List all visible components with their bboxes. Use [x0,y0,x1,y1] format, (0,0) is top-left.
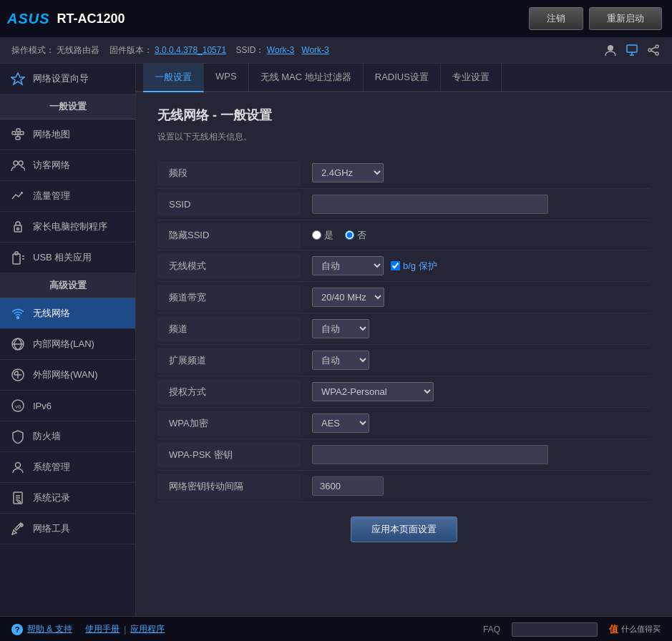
svg-point-32 [16,463,21,468]
sidebar-item-wireless[interactable]: 无线网络 [0,298,135,329]
wireless-mode-select[interactable]: 自动 N only B/G/N G only [312,256,384,275]
svg-point-5 [648,49,651,52]
auth-select[interactable]: WPA2-Personal WPA-Personal WPA2-Enterpri… [312,382,434,401]
restart-button[interactable]: 重新启动 [589,7,662,30]
status-info: 操作模式： 无线路由器 固件版本： 3.0.0.4.378_10571 SSID… [11,44,329,57]
manual-link[interactable]: 使用手册 [85,623,120,635]
firmware-link[interactable]: 3.0.0.4.378_10571 [155,45,226,55]
wireless-icon [10,305,26,321]
svg-point-0 [608,45,613,51]
freq-select[interactable]: 2.4GHz 5GHz [312,163,384,182]
network-map-icon [10,127,26,142]
share-icon[interactable] [646,43,661,57]
sidebar-item-traffic[interactable]: 流量管理 [0,181,135,212]
wpa-encrypt-label: WPA加密 [157,411,301,436]
ssid2-link[interactable]: Work-3 [301,45,328,55]
svg-point-6 [656,52,658,55]
hide-ssid-row: 隐藏SSID 是 否 [157,220,651,250]
bg-protect-checkbox[interactable] [391,261,400,270]
sidebar-item-network-tools[interactable]: 网络工具 [0,514,135,544]
channel-select[interactable]: 自动 123 456 [312,319,369,338]
status-icons [603,43,661,57]
tab-radius[interactable]: RADIUS设置 [364,64,441,91]
wan-icon [10,367,26,383]
guest-icon [10,157,26,173]
tab-general[interactable]: 一般设置 [143,64,204,92]
channel-control: 自动 123 456 [301,313,651,344]
help-icon: ? [11,624,23,635]
sidebar-item-lan[interactable]: 内部网络(LAN) [0,329,135,360]
traffic-icon [10,188,26,204]
sidebar-label-traffic: 流量管理 [33,190,70,202]
monitor-icon[interactable] [625,43,639,57]
user-icon[interactable] [603,43,618,57]
ext-channel-label: 扩展频道 [157,348,301,373]
ext-channel-select[interactable]: 自动 上 下 [312,351,369,370]
ssid1-link[interactable]: Work-3 [267,45,294,55]
wpa-psk-input[interactable] [312,445,548,464]
sidebar-item-syslog[interactable]: 系统记录 [0,483,135,514]
key-interval-input[interactable] [312,476,384,496]
auth-label: 授权方式 [157,380,301,404]
lan-icon [10,336,26,352]
help-link[interactable]: 帮助 & 支持 [27,623,72,635]
hide-ssid-no[interactable]: 否 [345,229,366,242]
wpa-psk-control [301,439,651,470]
tab-wps[interactable]: WPS [204,64,249,91]
sidebar-item-network-map[interactable]: 网络地图 [0,119,135,150]
ipv6-icon: v6 [10,398,26,414]
ssid-input[interactable] [312,195,548,214]
parental-icon [10,219,26,235]
tab-pro[interactable]: 专业设置 [441,64,502,91]
hide-ssid-control: 是 否 [301,223,651,248]
apply-button[interactable]: 应用本页面设置 [351,517,457,542]
svg-rect-23 [15,252,18,255]
sidebar-label-wireless: 无线网络 [33,307,70,320]
svg-point-4 [656,45,658,48]
ssid-label: SSID： [235,45,264,55]
bg-protect-checkbox-label[interactable]: b/g 保护 [391,260,437,273]
sidebar-item-ipv6[interactable]: v6 IPv6 [0,391,135,421]
sidebar-item-usb[interactable]: USB 相关应用 [0,243,135,273]
page-content: 无线网络 - 一般设置 设置以下无线相关信息。 频段 2.4GHz 5GHz S… [136,92,672,557]
svg-point-18 [14,161,18,165]
sidebar-item-parental[interactable]: 家长电脑控制程序 [0,212,135,243]
wireless-mode-row: 无线模式 自动 N only B/G/N G only b/g 保护 [157,250,651,282]
svg-point-26 [17,317,19,319]
svg-line-8 [651,51,656,53]
ext-channel-row: 扩展频道 自动 上 下 [157,345,651,376]
sidebar-label-network-map: 网络地图 [33,128,70,141]
sidebar-label-sysadmin: 系统管理 [33,461,70,474]
sidebar-item-sysadmin[interactable]: 系统管理 [0,452,135,483]
bandwidth-select[interactable]: 20/40 MHz 20 MHz 40 MHz [312,288,384,307]
sidebar-item-wizard[interactable]: 网络设置向导 [0,64,135,94]
tab-mac[interactable]: 无线 MAC 地址过滤器 [249,64,364,91]
sidebar-item-guest-network[interactable]: 访客网络 [0,150,135,181]
sidebar-item-firewall[interactable]: 防火墙 [0,421,135,452]
ssid-label: SSID [157,193,301,215]
key-interval-row: 网络密钥转动间隔 [157,471,651,502]
sidebar-label-ipv6: IPv6 [33,401,52,411]
svg-rect-13 [16,137,20,140]
sidebar-item-wan[interactable]: 外部网络(WAN) [0,360,135,391]
hide-ssid-yes-radio[interactable] [312,230,321,240]
header: ASUS RT-AC1200 注销 重新启动 [0,0,672,37]
svg-point-19 [19,161,23,165]
svg-line-7 [651,47,656,49]
svg-text:v6: v6 [15,403,21,410]
bandwidth-label: 频道带宽 [157,285,301,310]
firewall-icon [10,429,26,444]
app-link[interactable]: 应用程序 [130,623,165,635]
model-name: RT-AC1200 [57,11,125,26]
svg-rect-1 [627,45,637,52]
auth-control: WPA2-Personal WPA-Personal WPA2-Enterpri… [301,376,651,407]
cancel-button[interactable]: 注销 [529,7,583,30]
hide-ssid-no-radio[interactable] [345,230,354,240]
freq-label: 频段 [157,161,301,185]
watermark-icon: 值 [609,623,618,636]
wpa-encrypt-select[interactable]: AES TKIP TKIP+AES [312,414,369,433]
faq-search-input[interactable] [512,622,598,637]
sidebar-section-advanced: 高级设置 [0,273,135,298]
wpa-psk-label: WPA-PSK 密钥 [157,443,301,467]
hide-ssid-yes[interactable]: 是 [312,229,333,242]
